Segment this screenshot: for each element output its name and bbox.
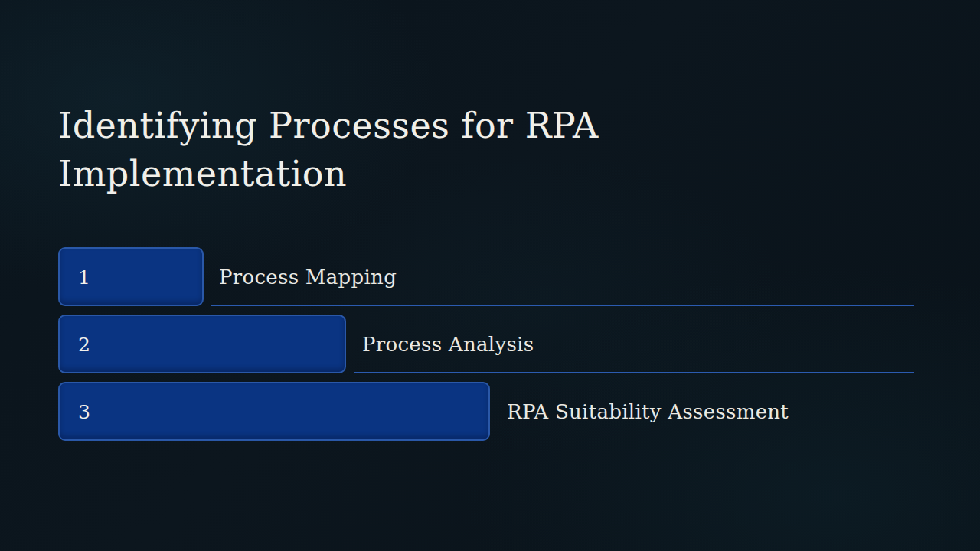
- step-number: 3: [78, 400, 90, 422]
- step-label: RPA Suitability Assessment: [507, 400, 789, 423]
- step-label: Process Analysis: [362, 333, 534, 356]
- step-label: Process Mapping: [219, 266, 397, 289]
- step-underline: [354, 372, 914, 373]
- step-bar-1: 1: [58, 247, 204, 306]
- step-row-1: 1 Process Mapping: [58, 247, 914, 306]
- steps-diagram: 1 Process Mapping 2 Process Analysis 3 R…: [58, 247, 914, 449]
- step-row-2: 2 Process Analysis: [58, 315, 914, 373]
- slide-title: Identifying Processes for RPA Implementa…: [58, 102, 694, 199]
- step-underline: [211, 305, 914, 306]
- step-bar-3: 3: [58, 382, 490, 441]
- step-number: 1: [78, 266, 90, 288]
- step-row-3: 3 RPA Suitability Assessment: [58, 382, 914, 441]
- step-bar-2: 2: [58, 315, 346, 373]
- step-number: 2: [78, 333, 90, 355]
